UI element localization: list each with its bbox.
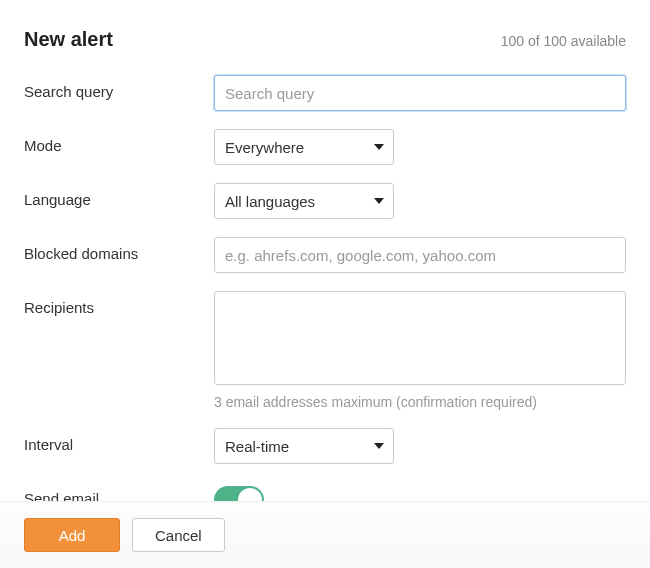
search-query-input[interactable] [214,75,626,111]
label-search-query: Search query [24,75,214,100]
language-selected-value: All languages [225,193,315,210]
add-button[interactable]: Add [24,518,120,552]
interval-select[interactable]: Real-time [214,428,394,464]
row-mode: Mode Everywhere [24,129,626,165]
row-blocked-domains: Blocked domains [24,237,626,273]
row-interval: Interval Real-time [24,428,626,464]
blocked-domains-input[interactable] [214,237,626,273]
header-row: New alert 100 of 100 available [24,28,626,51]
footer: Add Cancel [0,501,650,568]
row-recipients: Recipients 3 email addresses maximum (co… [24,291,626,410]
recipients-help-text: 3 email addresses maximum (confirmation … [214,394,626,410]
label-mode: Mode [24,129,214,154]
new-alert-form: New alert 100 of 100 available Search qu… [0,0,650,517]
label-language: Language [24,183,214,208]
label-recipients: Recipients [24,291,214,316]
mode-select[interactable]: Everywhere [214,129,394,165]
mode-selected-value: Everywhere [225,139,304,156]
label-blocked-domains: Blocked domains [24,237,214,262]
available-count: 100 of 100 available [501,33,626,49]
language-select[interactable]: All languages [214,183,394,219]
row-search-query: Search query [24,75,626,111]
cancel-button[interactable]: Cancel [132,518,225,552]
page-title: New alert [24,28,113,51]
recipients-input[interactable] [214,291,626,385]
label-interval: Interval [24,428,214,453]
interval-selected-value: Real-time [225,438,289,455]
row-language: Language All languages [24,183,626,219]
